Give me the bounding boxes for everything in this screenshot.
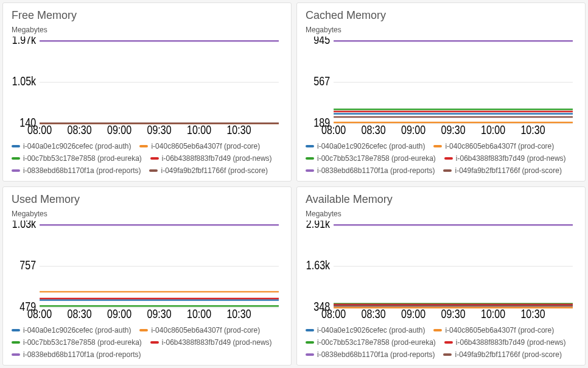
- legend-item-core[interactable]: i-040c8605eb6a4307f (prod-core): [139, 141, 260, 152]
- y-tick-label: 1.63k: [306, 259, 330, 272]
- panel-unit-label: Megabytes: [306, 210, 576, 218]
- x-tick-label: 08:30: [68, 308, 92, 321]
- legend-item-eureka[interactable]: i-00c7bb53c178e7858 (prod-eureka): [306, 337, 436, 348]
- x-tick-label: 10:00: [481, 124, 505, 137]
- chart-panel-cached: Cached MemoryMegabytes94556718908:0008:3…: [296, 2, 586, 182]
- legend-swatch-icon: [444, 157, 453, 160]
- x-tick-label: 09:00: [401, 308, 425, 321]
- x-tick-label: 10:00: [481, 308, 505, 321]
- chart-plot-area[interactable]: 1.03k75747908:0008:3009:0009:3010:0010:3…: [12, 221, 282, 321]
- x-tick-label: 08:00: [27, 308, 52, 321]
- legend-label: i-040c8605eb6a4307f (prod-core): [445, 325, 554, 336]
- legend-label: i-040a0e1c9026cefec (prod-auth): [23, 325, 131, 336]
- panel-unit-label: Megabytes: [12, 210, 282, 218]
- legend-label: i-0838ebd68b1170f1a (prod-reports): [317, 165, 435, 176]
- legend-item-reports[interactable]: i-0838ebd68b1170f1a (prod-reports): [306, 165, 435, 176]
- legend-swatch-icon: [443, 353, 452, 356]
- chart-legend: i-040a0e1c9026cefec (prod-auth)i-040c860…: [12, 325, 282, 360]
- legend-item-auth[interactable]: i-040a0e1c9026cefec (prod-auth): [12, 141, 131, 152]
- legend-swatch-icon: [433, 145, 442, 147]
- legend-item-auth[interactable]: i-040a0e1c9026cefec (prod-auth): [306, 325, 425, 336]
- x-tick-label: 08:00: [321, 124, 346, 137]
- chart-legend: i-040a0e1c9026cefec (prod-auth)i-040c860…: [306, 325, 576, 360]
- legend-item-auth[interactable]: i-040a0e1c9026cefec (prod-auth): [12, 325, 131, 336]
- legend-label: i-040c8605eb6a4307f (prod-core): [151, 325, 260, 336]
- legend-item-core[interactable]: i-040c8605eb6a4307f (prod-core): [433, 141, 554, 152]
- x-tick-label: 08:00: [321, 308, 346, 321]
- legend-label: i-06b4388f883fb7d49 (prod-news): [456, 153, 566, 164]
- x-tick-label: 10:30: [520, 308, 545, 321]
- x-tick-label: 08:00: [27, 124, 52, 137]
- x-tick-label: 09:00: [401, 124, 425, 137]
- y-tick-label: 945: [313, 37, 330, 47]
- legend-item-score[interactable]: i-049fa9b2fbf11766f (prod-score): [443, 165, 561, 176]
- legend-swatch-icon: [149, 169, 158, 172]
- panel-unit-label: Megabytes: [12, 26, 282, 34]
- legend-item-news[interactable]: i-06b4388f883fb7d49 (prod-news): [150, 337, 272, 348]
- x-tick-label: 10:30: [226, 124, 251, 137]
- legend-label: i-00c7bb53c178e7858 (prod-eureka): [317, 337, 436, 348]
- legend-swatch-icon: [306, 169, 314, 172]
- legend-swatch-icon: [443, 169, 452, 172]
- legend-item-score[interactable]: i-049fa9b2fbf11766f (prod-score): [149, 165, 267, 176]
- legend-label: i-0838ebd68b1170f1a (prod-reports): [317, 349, 435, 360]
- x-tick-label: 10:00: [187, 124, 211, 137]
- x-tick-label: 08:30: [362, 308, 386, 321]
- legend-label: i-06b4388f883fb7d49 (prod-news): [162, 153, 272, 164]
- legend-label: i-0838ebd68b1170f1a (prod-reports): [23, 349, 141, 360]
- legend-label: i-049fa9b2fbf11766f (prod-score): [455, 165, 561, 176]
- legend-label: i-00c7bb53c178e7858 (prod-eureka): [23, 337, 142, 348]
- x-tick-label: 10:30: [520, 124, 545, 137]
- y-tick-label: 1.03k: [12, 221, 36, 231]
- x-tick-label: 08:30: [362, 124, 386, 137]
- legend-item-score[interactable]: i-049fa9b2fbf11766f (prod-score): [443, 349, 561, 360]
- legend-item-eureka[interactable]: i-00c7bb53c178e7858 (prod-eureka): [12, 337, 142, 348]
- legend-swatch-icon: [306, 157, 314, 160]
- legend-label: i-06b4388f883fb7d49 (prod-news): [456, 337, 566, 348]
- dashboard-grid: Free MemoryMegabytes1.97k1.05k14008:0008…: [2, 2, 586, 366]
- legend-swatch-icon: [150, 157, 159, 160]
- chart-plot-area[interactable]: 1.97k1.05k14008:0008:3009:0009:3010:0010…: [12, 37, 282, 137]
- legend-swatch-icon: [12, 169, 20, 172]
- x-tick-label: 08:30: [68, 124, 92, 137]
- panel-title: Free Memory: [12, 9, 282, 22]
- legend-swatch-icon: [306, 329, 314, 331]
- y-tick-label: 567: [313, 75, 330, 88]
- legend-item-eureka[interactable]: i-00c7bb53c178e7858 (prod-eureka): [12, 153, 142, 164]
- legend-swatch-icon: [150, 341, 159, 344]
- chart-plot-area[interactable]: 2.91k1.63k34808:0008:3009:0009:3010:0010…: [306, 221, 576, 321]
- legend-label: i-040a0e1c9026cefec (prod-auth): [317, 141, 425, 152]
- legend-item-reports[interactable]: i-0838ebd68b1170f1a (prod-reports): [306, 349, 435, 360]
- legend-item-news[interactable]: i-06b4388f883fb7d49 (prod-news): [444, 337, 566, 348]
- legend-item-reports[interactable]: i-0838ebd68b1170f1a (prod-reports): [12, 165, 141, 176]
- x-tick-label: 09:30: [441, 308, 465, 321]
- legend-label: i-049fa9b2fbf11766f (prod-score): [455, 349, 561, 360]
- chart-plot-area[interactable]: 94556718908:0008:3009:0009:3010:0010:30: [306, 37, 576, 137]
- x-tick-label: 09:00: [107, 124, 131, 137]
- x-tick-label: 09:00: [107, 308, 131, 321]
- legend-swatch-icon: [12, 329, 20, 331]
- legend-swatch-icon: [12, 157, 20, 160]
- legend-swatch-icon: [12, 145, 20, 147]
- legend-label: i-06b4388f883fb7d49 (prod-news): [162, 337, 272, 348]
- chart-panel-available: Available MemoryMegabytes2.91k1.63k34808…: [296, 186, 586, 366]
- legend-label: i-040c8605eb6a4307f (prod-core): [445, 141, 554, 152]
- legend-item-core[interactable]: i-040c8605eb6a4307f (prod-core): [433, 325, 554, 336]
- panel-title: Cached Memory: [306, 9, 576, 22]
- chart-legend: i-040a0e1c9026cefec (prod-auth)i-040c860…: [12, 141, 282, 176]
- legend-label: i-040c8605eb6a4307f (prod-core): [151, 141, 260, 152]
- legend-label: i-049fa9b2fbf11766f (prod-score): [161, 165, 267, 176]
- x-tick-label: 09:30: [147, 308, 171, 321]
- legend-item-eureka[interactable]: i-00c7bb53c178e7858 (prod-eureka): [306, 153, 436, 164]
- legend-item-core[interactable]: i-040c8605eb6a4307f (prod-core): [139, 325, 260, 336]
- legend-label: i-00c7bb53c178e7858 (prod-eureka): [317, 153, 436, 164]
- chart-panel-used: Used MemoryMegabytes1.03k75747908:0008:3…: [2, 186, 292, 366]
- legend-item-auth[interactable]: i-040a0e1c9026cefec (prod-auth): [306, 141, 425, 152]
- x-tick-label: 10:30: [226, 308, 251, 321]
- legend-item-news[interactable]: i-06b4388f883fb7d49 (prod-news): [150, 153, 272, 164]
- panel-title: Used Memory: [12, 193, 282, 206]
- legend-item-reports[interactable]: i-0838ebd68b1170f1a (prod-reports): [12, 349, 141, 360]
- chart-legend: i-040a0e1c9026cefec (prod-auth)i-040c860…: [306, 141, 576, 176]
- legend-swatch-icon: [433, 329, 442, 331]
- legend-item-news[interactable]: i-06b4388f883fb7d49 (prod-news): [444, 153, 566, 164]
